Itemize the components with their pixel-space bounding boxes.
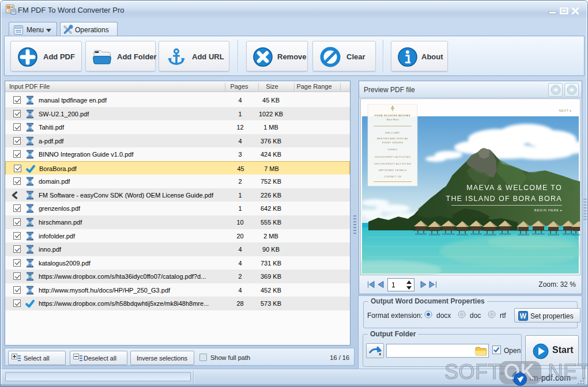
svg-text:CONTACT US: CONTACT US: [384, 175, 402, 178]
svg-text:x: x: [379, 351, 382, 356]
svg-text:FOUR SEASONS RESORT: FOUR SEASONS RESORT: [375, 114, 411, 117]
svg-text:NEXT ▸: NEXT ▸: [559, 109, 572, 112]
svg-text:WELCOME!: WELCOME!: [385, 131, 400, 134]
svg-text:MEETING AND SPECIAL: MEETING AND SPECIAL: [377, 137, 409, 140]
svg-text:ON-PROPERTY ACTIVITIES: ON-PROPERTY ACTIVITIES: [375, 155, 410, 158]
svg-text:THE ISLAND OF BORA BORA: THE ISLAND OF BORA BORA: [446, 195, 562, 203]
svg-text:DINING: DINING: [388, 148, 398, 151]
svg-text:IMPORTANT DETAILS: IMPORTANT DETAILS: [379, 169, 407, 172]
svg-text:Bora Bora: Bora Bora: [386, 118, 399, 121]
svg-text:OFF-PROPERTY ACTIVITIES: OFF-PROPERTY ACTIVITIES: [374, 162, 412, 165]
svg-text:BEGIN HERE ▸: BEGIN HERE ▸: [534, 208, 563, 212]
svg-text:W: W: [520, 312, 527, 320]
svg-text:MAEVA & WELCOME TO: MAEVA & WELCOME TO: [466, 184, 562, 192]
svg-text:EVENT VENUES: EVENT VENUES: [382, 141, 404, 144]
